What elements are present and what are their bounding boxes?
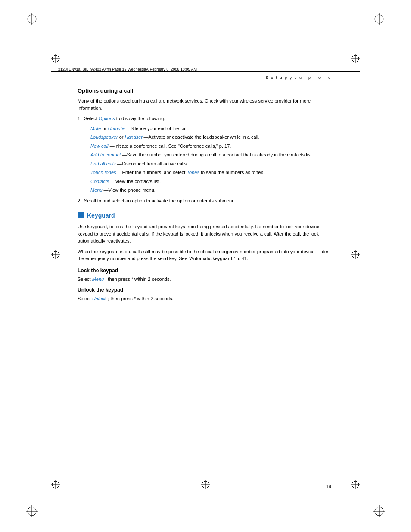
end-all-calls-link[interactable]: End all calls <box>90 161 116 166</box>
options-during-call-heading: Options during a call <box>78 87 333 94</box>
unlock-text-end: ; then press * within 2 seconds. <box>108 296 173 301</box>
step-1: 1. Select Options to display the followi… <box>78 115 333 122</box>
reg-mark-bl-inner <box>51 480 60 491</box>
keyguard-title: Keyguard <box>87 212 115 219</box>
reg-mark-bl-outer <box>26 505 38 519</box>
option-contacts: Contacts —View the contacts list. <box>90 178 333 185</box>
contacts-text: —View the contacts list. <box>110 179 161 184</box>
unlock-keypad-heading: Unlock the keypad <box>78 287 333 293</box>
reg-mark-br-outer <box>373 505 385 519</box>
option-menu: Menu —View the phone menu. <box>90 187 333 194</box>
top-border-line-1 <box>51 62 360 62</box>
new-call-text: —Initiate a conference call. See "Confer… <box>110 143 231 149</box>
new-call-link[interactable]: New call <box>90 143 109 149</box>
keyguard-heading: Keyguard <box>78 212 333 219</box>
options-intro-text: Many of the options used during a call a… <box>78 97 333 112</box>
trim-mark-tl-v <box>51 62 51 72</box>
page: 2128i.ENv1a_BIL_9240270.fm Page 19 Wedne… <box>0 0 411 532</box>
lock-keypad-section: Lock the keypad Select Menu ; then press… <box>78 268 333 283</box>
step-2-text: Scroll to and select an option to activa… <box>84 197 236 205</box>
keyguard-section: Keyguard Use keyguard, to lock the keypa… <box>78 212 333 262</box>
unlock-keypad-text: Select Unlock ; then press * within 2 se… <box>78 295 333 302</box>
option-touch-tones: Touch tones —Enter the numbers, and sele… <box>90 169 333 176</box>
step-1-text: Select Options to display the following: <box>84 115 165 122</box>
reg-mark-left-mid <box>51 250 60 261</box>
mute-text: —Silence your end of the call. <box>126 126 189 131</box>
mute-or: or <box>103 126 108 131</box>
step-2-number: 2. <box>78 197 81 205</box>
menu-text: —View the phone menu. <box>104 187 156 193</box>
trim-mark-br-v <box>360 476 360 485</box>
step-2: 2. Scroll to and select an option to act… <box>78 197 333 205</box>
menu-link[interactable]: Menu <box>90 187 103 193</box>
unlock-keypad-section: Unlock the keypad Select Unlock ; then p… <box>78 287 333 302</box>
reg-mark-bottom-center <box>201 480 210 491</box>
lock-select-text: Select <box>78 277 92 282</box>
keyguard-para2: When the keyguard is on, calls still may… <box>78 248 333 262</box>
page-header: S e t u p y o u r p h o n e <box>78 75 333 80</box>
lock-keypad-text: Select Menu ; then press * within 2 seco… <box>78 276 333 283</box>
reg-mark-br-inner <box>351 480 360 491</box>
options-during-call-section: Options during a call Many of the option… <box>78 87 333 204</box>
unlock-link[interactable]: Unlock <box>92 296 107 301</box>
trim-mark-tr-v <box>360 62 360 72</box>
add-to-contact-link[interactable]: Add to contact <box>90 152 121 157</box>
option-add-contact: Add to contact —Save the number you ente… <box>90 151 333 159</box>
add-contact-text: —Save the number you entered during a ca… <box>122 152 313 157</box>
mute-link[interactable]: Mute <box>90 126 101 131</box>
option-mute: Mute or Unmute —Silence your end of the … <box>90 125 333 132</box>
option-loudspeaker: Loudspeaker or Handset —Activate or deac… <box>90 134 333 141</box>
page-number: 19 <box>326 484 331 489</box>
touch-tones-link[interactable]: Touch tones <box>90 170 116 175</box>
trim-mark-bl-v <box>51 476 51 485</box>
reg-mark-tl-outer <box>26 13 38 27</box>
tones-link[interactable]: Tones <box>187 170 199 175</box>
handset-link[interactable]: Handset <box>125 134 143 140</box>
loudspeaker-or: or <box>119 134 125 140</box>
option-new-call: New call —Initiate a conference call. Se… <box>90 143 333 150</box>
lock-text-end: ; then press * within 2 seconds. <box>105 277 171 282</box>
unlock-select-text: Select <box>78 296 92 301</box>
loudspeaker-link[interactable]: Loudspeaker <box>90 134 118 140</box>
options-link[interactable]: Options <box>99 116 115 121</box>
touch-tones-text-end: to send the numbers as tones. <box>201 170 265 175</box>
touch-tones-text: —Enter the numbers, and select <box>118 170 187 175</box>
option-end-all: End all calls —Disconnect from all activ… <box>90 160 333 168</box>
content-area: S e t u p y o u r p h o n e Options duri… <box>78 75 333 306</box>
unmute-link[interactable]: Unmute <box>108 126 125 131</box>
file-info: 2128i.ENv1a_BIL_9240270.fm Page 19 Wedne… <box>56 67 197 72</box>
loudspeaker-text: —Activate or deactivate the loudspeaker … <box>144 134 260 140</box>
end-all-text: —Disconnect from all active calls. <box>117 161 188 166</box>
contacts-link[interactable]: Contacts <box>90 179 109 184</box>
keyguard-para1: Use keyguard, to lock the keypad and pre… <box>78 223 333 245</box>
reg-mark-tr-outer <box>373 13 385 27</box>
reg-mark-right-mid <box>351 250 360 261</box>
options-list: Mute or Unmute —Silence your end of the … <box>90 125 333 194</box>
blue-square-icon <box>78 212 84 218</box>
lock-keypad-heading: Lock the keypad <box>78 268 333 274</box>
step-1-number: 1. <box>78 115 81 122</box>
lock-menu-link[interactable]: Menu <box>92 277 104 282</box>
